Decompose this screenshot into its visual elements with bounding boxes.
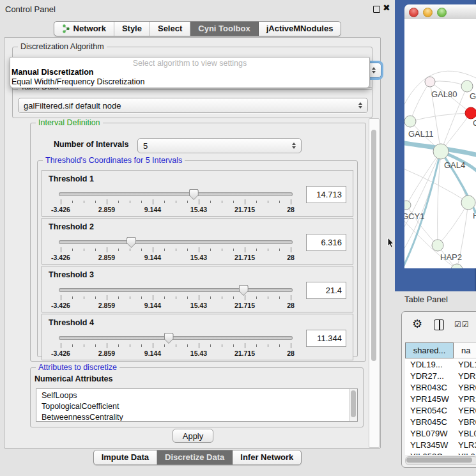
- cell-shared-name[interactable]: YBR045C: [405, 417, 452, 427]
- cell-name[interactable]: YDR2: [452, 371, 476, 381]
- threshold-value-field[interactable]: 14.713: [306, 186, 346, 203]
- table-row[interactable]: YIL052C YIL0: [405, 450, 476, 455]
- tab[interactable]: Style: [114, 22, 150, 36]
- tab-label: Style: [122, 24, 142, 33]
- threshold-value-field[interactable]: 21.4: [306, 282, 346, 299]
- cell-shared-name[interactable]: YLR345W: [405, 440, 452, 450]
- minimize-traffic-light-icon[interactable]: [423, 8, 433, 17]
- threshold-slider[interactable]: -3.4262.8599.14415.4321.71528: [59, 332, 293, 358]
- network-node[interactable]: [433, 144, 449, 159]
- slider-thumb[interactable]: [127, 237, 136, 248]
- cell-shared-name[interactable]: YBL079W: [405, 429, 452, 438]
- discretization-algorithm-title: Discretization Algorithm: [18, 42, 107, 51]
- threshold-slider[interactable]: -3.4262.8599.14415.4321.71528: [59, 188, 293, 214]
- tab[interactable]: Network: [54, 22, 114, 36]
- network-node[interactable]: [425, 77, 435, 87]
- table-row[interactable]: YPR145W YPR1: [405, 393, 476, 404]
- network-node[interactable]: [432, 240, 443, 251]
- table-row[interactable]: YER054C YER0: [405, 404, 476, 416]
- network-node-label: H: [473, 211, 476, 220]
- cell-shared-name[interactable]: YBR043C: [405, 383, 452, 392]
- menu-item-manual-discretization[interactable]: Manual Discretization: [12, 68, 94, 77]
- cell-shared-name[interactable]: YPR145W: [405, 394, 452, 404]
- table-row[interactable]: YDR27... YDR2: [405, 370, 476, 381]
- network-node[interactable]: [461, 81, 473, 92]
- numerical-attributes-list[interactable]: SelfLoopsTopologicalCoefficientBetweenne…: [36, 388, 358, 422]
- threshold-slider[interactable]: -3.4262.8599.14415.4321.71528: [59, 236, 293, 262]
- panel-scrollbar-thumb[interactable]: [371, 130, 376, 361]
- network-node[interactable]: [465, 107, 476, 119]
- table-row[interactable]: YDL19... YDL1: [405, 358, 476, 370]
- cell-name[interactable]: YER0: [452, 406, 476, 415]
- network-window[interactable]: GAL80GACGAL11GAL4GCY1HHAP2: [395, 0, 476, 291]
- cell-shared-name[interactable]: YER054C: [405, 406, 452, 415]
- cell-shared-name[interactable]: YDL19...: [405, 360, 452, 369]
- cell-shared-name[interactable]: YIL052C: [405, 452, 452, 456]
- table-row[interactable]: YBR045C YBR0: [405, 416, 476, 427]
- network-node[interactable]: [404, 116, 416, 127]
- column-header-shared-name[interactable]: shared...: [405, 342, 454, 358]
- table-hscrollbar-thumb[interactable]: [406, 457, 472, 463]
- network-node[interactable]: [404, 201, 411, 210]
- threshold-value-field[interactable]: 11.344: [306, 330, 346, 347]
- number-of-intervals-value: 5: [143, 141, 148, 151]
- table-row[interactable]: YBL079W YBL0: [405, 427, 476, 439]
- cell-name[interactable]: YBL0: [452, 429, 476, 438]
- zoom-traffic-light-icon[interactable]: [437, 8, 447, 17]
- cell-shared-name[interactable]: YDR27...: [405, 371, 452, 381]
- tab[interactable]: Infer Network: [233, 450, 301, 464]
- network-view[interactable]: GAL80GACGAL11GAL4GCY1HHAP2: [404, 19, 476, 268]
- columns-icon[interactable]: [434, 319, 444, 330]
- slider-scale-labels: -3.4262.8599.14415.4321.71528: [59, 349, 293, 357]
- cell-name[interactable]: YLR3: [452, 440, 476, 450]
- cyni-toolbox-panel: Discretization Algorithm Select algorith…: [4, 37, 381, 449]
- attribute-item[interactable]: BetweennessCentrality: [42, 412, 357, 422]
- top-tab-bar: Network Style Select Cyni Toolbox: [0, 21, 395, 36]
- float-window-icon[interactable]: [373, 6, 380, 13]
- cell-name[interactable]: YBR0: [452, 417, 476, 427]
- network-window-titlebar[interactable]: [404, 4, 476, 20]
- threshold-value-field[interactable]: 6.316: [306, 234, 346, 251]
- tab[interactable]: jActiveMNodules: [259, 22, 341, 36]
- list-scrollbar[interactable]: [349, 389, 357, 421]
- close-traffic-light-icon[interactable]: [409, 8, 418, 17]
- tab[interactable]: Select: [150, 22, 190, 36]
- tab[interactable]: Impute Data: [94, 450, 157, 464]
- apply-button[interactable]: Apply: [173, 429, 213, 443]
- panel-scrollbar[interactable]: [369, 118, 380, 448]
- list-scrollbar-thumb[interactable]: [351, 390, 356, 417]
- network-node-label: HAP2: [440, 252, 462, 262]
- thresholds-group-title: Threshold's Coordinates for 5 Intervals: [43, 156, 185, 165]
- cell-name[interactable]: YIL0: [452, 452, 475, 456]
- slider-thumb[interactable]: [164, 333, 174, 344]
- slider-thumb[interactable]: [189, 189, 199, 200]
- cell-name[interactable]: YPR1: [452, 394, 476, 404]
- tab[interactable]: Cyni Toolbox: [190, 22, 258, 36]
- select-columns-icon[interactable]: ☑☑: [454, 320, 470, 329]
- gear-icon[interactable]: ⚙: [412, 318, 422, 330]
- table-row[interactable]: YBR043C YBR0: [405, 381, 476, 393]
- attribute-item[interactable]: SelfLoops: [42, 390, 357, 401]
- threshold-slider[interactable]: -3.4262.8599.14415.4321.71528: [59, 284, 293, 310]
- cell-name[interactable]: YBR0: [452, 383, 476, 392]
- menu-item-equal-width-frequency[interactable]: Equal Width/Frequency Discretization: [12, 77, 144, 86]
- slider-track[interactable]: [59, 192, 293, 196]
- table-row[interactable]: YLR345W YLR3: [405, 439, 476, 450]
- slider-thumb[interactable]: [239, 285, 249, 296]
- table-rows: YDL19... YDL1 YDR27... YDR2 YBR043C YBR0…: [405, 358, 476, 455]
- network-node[interactable]: [461, 196, 475, 210]
- slider-track[interactable]: [59, 336, 293, 340]
- number-of-intervals-combobox[interactable]: 5: [137, 138, 302, 153]
- threshold-panel: Threshold 4 -3.4262.8599.14415.4321.7152…: [42, 314, 353, 360]
- table-data-combobox[interactable]: galFiltered.sif default node: [18, 98, 368, 113]
- slider-track[interactable]: [59, 288, 293, 292]
- combo-arrows-icon: [358, 102, 362, 109]
- slider-track[interactable]: [59, 240, 293, 244]
- close-icon[interactable]: ✖: [383, 3, 390, 13]
- tab[interactable]: Discretize Data: [157, 450, 233, 464]
- column-header-name[interactable]: na: [454, 342, 476, 358]
- cell-name[interactable]: YDL1: [452, 360, 476, 369]
- screen: { "control_panel": { "title": "Control P…: [0, 0, 476, 476]
- attribute-item[interactable]: TopologicalCoefficient: [42, 401, 357, 412]
- table-hscrollbar[interactable]: [405, 456, 476, 465]
